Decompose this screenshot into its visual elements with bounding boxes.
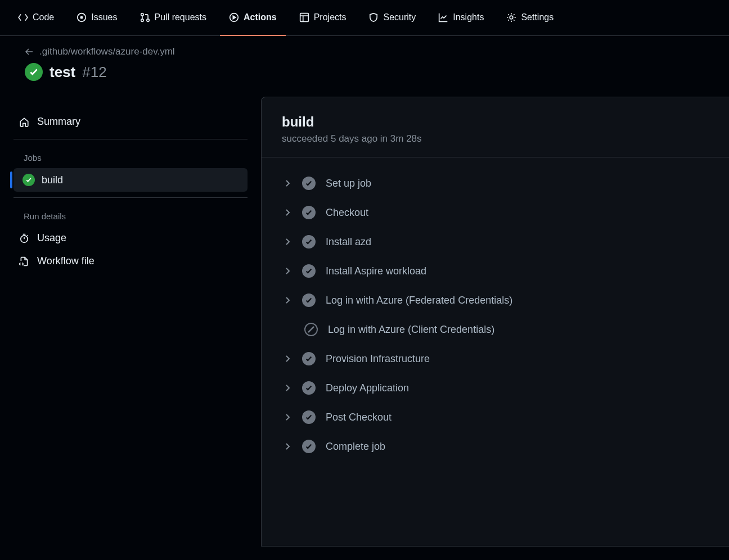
nav-tab-code[interactable]: Code — [9, 0, 63, 36]
job-subtitle: succeeded 5 days ago in 3m 28s — [282, 133, 709, 144]
sidebar-workflow-file[interactable]: Workflow file — [10, 250, 251, 273]
check-icon — [305, 267, 313, 275]
divider — [14, 197, 248, 198]
nav-label: Code — [33, 12, 54, 22]
breadcrumb[interactable]: .github/workflows/azure-dev.yml — [25, 46, 711, 57]
status-badge-success — [25, 63, 43, 81]
check-icon — [305, 384, 313, 392]
nav-label: Security — [383, 12, 416, 22]
check-icon — [305, 238, 313, 246]
step-row[interactable]: Provision Infrastructure — [275, 344, 716, 373]
workflow-file-icon — [19, 256, 29, 267]
step-label: Log in with Azure (Federated Credentials… — [326, 295, 512, 306]
check-icon — [29, 67, 39, 77]
nav-tab-issues[interactable]: Issues — [68, 0, 126, 36]
nav-tab-projects[interactable]: Projects — [290, 0, 356, 36]
check-icon — [25, 177, 32, 183]
divider — [14, 139, 248, 139]
breadcrumb-text: .github/workflows/azure-dev.yml — [39, 46, 175, 57]
arrow-left-icon — [25, 47, 34, 56]
sidebar-summary-label: Summary — [37, 116, 80, 128]
step-label: Checkout — [326, 207, 368, 219]
chevron-right-icon — [283, 413, 292, 422]
issues-icon — [76, 12, 87, 22]
status-success-icon — [302, 177, 316, 190]
chevron-right-icon — [283, 237, 292, 246]
step-row[interactable]: Checkout — [275, 198, 716, 227]
chevron-right-icon — [283, 442, 292, 451]
step-row[interactable]: Deploy Application — [275, 373, 716, 403]
status-skipped-icon — [304, 323, 318, 336]
nav-tab-actions[interactable]: Actions — [220, 0, 286, 36]
nav-tab-insights[interactable]: Insights — [429, 0, 493, 36]
step-label: Install azd — [326, 236, 371, 248]
sidebar-usage-label: Usage — [37, 232, 66, 244]
chevron-right-icon — [283, 179, 292, 188]
status-success-icon — [302, 264, 316, 278]
step-label: Install Aspire workload — [326, 265, 426, 277]
job-detail-panel: build succeeded 5 days ago in 3m 28s Set… — [261, 97, 729, 547]
check-icon — [305, 179, 313, 187]
check-icon — [305, 442, 313, 450]
sidebar-jobs-title: Jobs — [10, 145, 251, 168]
step-row[interactable]: Complete job — [275, 432, 716, 461]
chevron-right-icon — [283, 267, 292, 276]
status-success-icon — [302, 235, 316, 249]
nav-label: Projects — [314, 12, 346, 22]
step-row[interactable]: Install Aspire workload — [275, 256, 716, 286]
chevron-right-icon — [283, 354, 292, 363]
step-row[interactable]: Log in with Azure (Federated Credentials… — [275, 286, 716, 315]
status-success-icon — [302, 293, 316, 307]
chevron-right-icon — [283, 383, 292, 392]
chevron-right-icon — [283, 442, 292, 451]
chevron-right-icon — [283, 383, 292, 392]
status-success-icon — [302, 381, 316, 395]
check-icon — [305, 413, 313, 421]
repo-nav: Code Issues Pull requests Actions Projec… — [0, 0, 729, 36]
step-row[interactable]: Log in with Azure (Client Credentials) — [275, 315, 716, 344]
status-badge-success — [22, 174, 35, 186]
svg-point-1 — [81, 16, 83, 18]
sidebar: Summary Jobs build Run details Usage Wor… — [0, 97, 261, 547]
nav-label: Pull requests — [155, 12, 207, 22]
sidebar-usage[interactable]: Usage — [10, 227, 251, 250]
chevron-right-icon — [283, 354, 292, 363]
main-layout: Summary Jobs build Run details Usage Wor… — [0, 97, 729, 547]
chevron-right-icon — [283, 208, 292, 217]
home-icon — [19, 117, 29, 127]
chevron-right-icon — [283, 179, 292, 188]
svg-point-4 — [146, 19, 149, 21]
nav-label: Actions — [244, 12, 277, 22]
chevron-right-icon — [283, 237, 292, 246]
sidebar-job-build[interactable]: build — [14, 168, 248, 192]
security-icon — [368, 12, 379, 22]
step-row[interactable]: Install azd — [275, 227, 716, 256]
chevron-right-icon — [283, 267, 292, 276]
step-row[interactable]: Post Checkout — [275, 403, 716, 432]
pull-request-icon — [140, 12, 150, 22]
check-icon — [305, 296, 313, 304]
job-header: build succeeded 5 days ago in 3m 28s — [262, 97, 729, 157]
nav-tab-settings[interactable]: Settings — [497, 0, 562, 36]
nav-label: Insights — [453, 12, 484, 22]
actions-icon — [229, 12, 239, 22]
sidebar-summary[interactable]: Summary — [10, 110, 251, 133]
check-icon — [305, 209, 313, 216]
chevron-right-icon — [283, 296, 292, 305]
insights-icon — [438, 12, 448, 22]
step-label: Deploy Application — [326, 382, 409, 394]
sidebar-job-label: build — [42, 174, 63, 186]
check-icon — [305, 355, 313, 363]
step-label: Post Checkout — [326, 412, 392, 423]
step-label: Set up job — [326, 178, 371, 189]
nav-tab-pull-requests[interactable]: Pull requests — [131, 0, 216, 36]
skip-icon — [305, 324, 317, 335]
status-success-icon — [302, 410, 316, 424]
chevron-right-icon — [283, 296, 292, 305]
nav-tab-security[interactable]: Security — [359, 0, 425, 36]
code-icon — [18, 12, 28, 22]
stopwatch-icon — [19, 233, 29, 243]
chevron-right-icon — [283, 208, 292, 217]
workflow-header: .github/workflows/azure-dev.yml test #12 — [0, 36, 729, 97]
step-row[interactable]: Set up job — [275, 169, 716, 198]
